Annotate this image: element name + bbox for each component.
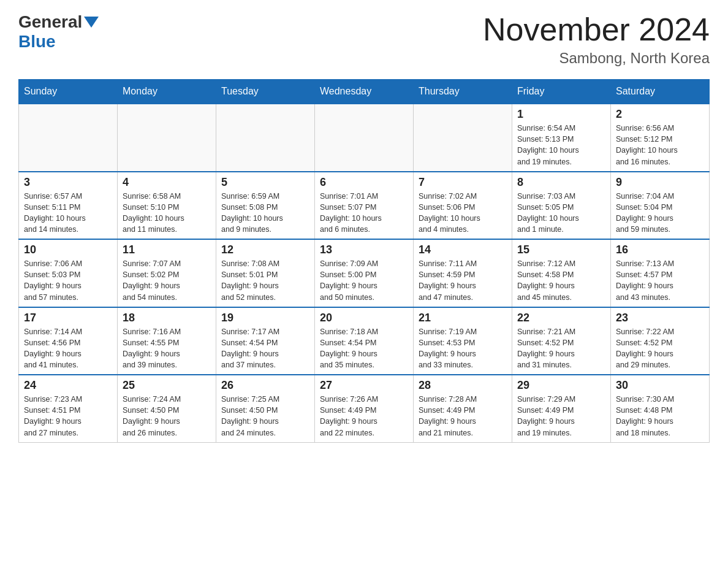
calendar-cell: 21Sunrise: 7:19 AM Sunset: 4:53 PM Dayli… bbox=[414, 307, 512, 375]
day-info: Sunrise: 7:21 AM Sunset: 4:52 PM Dayligh… bbox=[517, 326, 605, 371]
day-number: 26 bbox=[221, 379, 309, 392]
day-number: 3 bbox=[24, 176, 112, 189]
day-info: Sunrise: 7:29 AM Sunset: 4:49 PM Dayligh… bbox=[517, 394, 605, 439]
day-info: Sunrise: 7:02 AM Sunset: 5:06 PM Dayligh… bbox=[419, 191, 507, 236]
calendar-cell: 25Sunrise: 7:24 AM Sunset: 4:50 PM Dayli… bbox=[118, 375, 216, 442]
day-number: 21 bbox=[419, 312, 507, 324]
day-number: 14 bbox=[419, 243, 507, 256]
calendar-cell: 17Sunrise: 7:14 AM Sunset: 4:56 PM Dayli… bbox=[19, 307, 118, 375]
calendar-cell: 26Sunrise: 7:25 AM Sunset: 4:50 PM Dayli… bbox=[216, 375, 315, 442]
calendar-cell bbox=[118, 104, 216, 172]
day-number: 5 bbox=[221, 176, 309, 189]
calendar-cell: 9Sunrise: 7:04 AM Sunset: 5:04 PM Daylig… bbox=[611, 172, 710, 240]
calendar-cell: 3Sunrise: 6:57 AM Sunset: 5:11 PM Daylig… bbox=[19, 172, 118, 240]
day-info: Sunrise: 7:18 AM Sunset: 4:54 PM Dayligh… bbox=[320, 326, 408, 371]
calendar-cell: 15Sunrise: 7:12 AM Sunset: 4:58 PM Dayli… bbox=[512, 239, 611, 307]
title-area: November 2024 Sambong, North Korea bbox=[483, 12, 710, 67]
day-number: 7 bbox=[419, 176, 507, 189]
day-info: Sunrise: 7:01 AM Sunset: 5:07 PM Dayligh… bbox=[320, 191, 408, 236]
calendar-cell: 13Sunrise: 7:09 AM Sunset: 5:00 PM Dayli… bbox=[315, 239, 414, 307]
day-number: 18 bbox=[123, 312, 211, 324]
day-info: Sunrise: 7:13 AM Sunset: 4:57 PM Dayligh… bbox=[616, 258, 704, 303]
day-info: Sunrise: 7:19 AM Sunset: 4:53 PM Dayligh… bbox=[419, 326, 507, 371]
calendar-cell: 14Sunrise: 7:11 AM Sunset: 4:59 PM Dayli… bbox=[414, 239, 512, 307]
day-info: Sunrise: 7:24 AM Sunset: 4:50 PM Dayligh… bbox=[123, 394, 211, 439]
day-info: Sunrise: 7:22 AM Sunset: 4:52 PM Dayligh… bbox=[616, 326, 704, 371]
calendar-cell: 8Sunrise: 7:03 AM Sunset: 5:05 PM Daylig… bbox=[512, 172, 611, 240]
header: General Blue November 2024 Sambong, Nort… bbox=[18, 12, 710, 67]
calendar-cell: 11Sunrise: 7:07 AM Sunset: 5:02 PM Dayli… bbox=[118, 239, 216, 307]
calendar-cell: 16Sunrise: 7:13 AM Sunset: 4:57 PM Dayli… bbox=[611, 239, 710, 307]
day-number: 17 bbox=[24, 312, 112, 324]
week-row-4: 17Sunrise: 7:14 AM Sunset: 4:56 PM Dayli… bbox=[19, 307, 710, 375]
day-number: 2 bbox=[616, 108, 704, 121]
day-info: Sunrise: 6:56 AM Sunset: 5:12 PM Dayligh… bbox=[616, 123, 704, 167]
day-number: 28 bbox=[419, 379, 507, 392]
calendar-cell: 27Sunrise: 7:26 AM Sunset: 4:49 PM Dayli… bbox=[315, 375, 414, 442]
week-row-5: 24Sunrise: 7:23 AM Sunset: 4:51 PM Dayli… bbox=[19, 375, 710, 442]
calendar-cell: 10Sunrise: 7:06 AM Sunset: 5:03 PM Dayli… bbox=[19, 239, 118, 307]
day-number: 4 bbox=[123, 176, 211, 189]
week-row-1: 1Sunrise: 6:54 AM Sunset: 5:13 PM Daylig… bbox=[19, 104, 710, 172]
week-row-2: 3Sunrise: 6:57 AM Sunset: 5:11 PM Daylig… bbox=[19, 172, 710, 240]
calendar-cell bbox=[414, 104, 512, 172]
header-row: SundayMondayTuesdayWednesdayThursdayFrid… bbox=[19, 80, 710, 104]
logo-triangle-icon bbox=[84, 17, 99, 28]
logo: General Blue bbox=[18, 12, 99, 52]
calendar-title: November 2024 bbox=[483, 12, 710, 47]
day-number: 8 bbox=[517, 176, 605, 189]
day-info: Sunrise: 7:25 AM Sunset: 4:50 PM Dayligh… bbox=[221, 394, 309, 439]
day-number: 13 bbox=[320, 243, 408, 256]
day-number: 15 bbox=[517, 243, 605, 256]
logo-general-text: General bbox=[18, 12, 82, 32]
column-header-saturday: Saturday bbox=[611, 80, 710, 104]
calendar-table: SundayMondayTuesdayWednesdayThursdayFrid… bbox=[18, 79, 710, 443]
day-number: 1 bbox=[517, 108, 605, 121]
day-info: Sunrise: 6:58 AM Sunset: 5:10 PM Dayligh… bbox=[123, 191, 211, 236]
calendar-cell: 1Sunrise: 6:54 AM Sunset: 5:13 PM Daylig… bbox=[512, 104, 611, 172]
calendar-cell: 4Sunrise: 6:58 AM Sunset: 5:10 PM Daylig… bbox=[118, 172, 216, 240]
week-row-3: 10Sunrise: 7:06 AM Sunset: 5:03 PM Dayli… bbox=[19, 239, 710, 307]
day-number: 12 bbox=[221, 243, 309, 256]
day-info: Sunrise: 7:26 AM Sunset: 4:49 PM Dayligh… bbox=[320, 394, 408, 439]
day-info: Sunrise: 7:23 AM Sunset: 4:51 PM Dayligh… bbox=[24, 394, 112, 439]
calendar-cell bbox=[216, 104, 315, 172]
day-number: 11 bbox=[123, 243, 211, 256]
calendar-subtitle: Sambong, North Korea bbox=[483, 50, 710, 67]
day-info: Sunrise: 7:07 AM Sunset: 5:02 PM Dayligh… bbox=[123, 258, 211, 303]
day-number: 23 bbox=[616, 312, 704, 324]
day-info: Sunrise: 7:28 AM Sunset: 4:49 PM Dayligh… bbox=[419, 394, 507, 439]
calendar-cell: 12Sunrise: 7:08 AM Sunset: 5:01 PM Dayli… bbox=[216, 239, 315, 307]
day-info: Sunrise: 7:14 AM Sunset: 4:56 PM Dayligh… bbox=[24, 326, 112, 371]
day-info: Sunrise: 6:54 AM Sunset: 5:13 PM Dayligh… bbox=[517, 123, 605, 167]
day-info: Sunrise: 7:08 AM Sunset: 5:01 PM Dayligh… bbox=[221, 258, 309, 303]
day-number: 30 bbox=[616, 379, 704, 392]
day-number: 29 bbox=[517, 379, 605, 392]
calendar-cell: 22Sunrise: 7:21 AM Sunset: 4:52 PM Dayli… bbox=[512, 307, 611, 375]
column-header-tuesday: Tuesday bbox=[216, 80, 315, 104]
day-number: 24 bbox=[24, 379, 112, 392]
calendar-cell: 7Sunrise: 7:02 AM Sunset: 5:06 PM Daylig… bbox=[414, 172, 512, 240]
calendar-cell: 28Sunrise: 7:28 AM Sunset: 4:49 PM Dayli… bbox=[414, 375, 512, 442]
calendar-cell bbox=[19, 104, 118, 172]
calendar-cell bbox=[315, 104, 414, 172]
day-info: Sunrise: 7:16 AM Sunset: 4:55 PM Dayligh… bbox=[123, 326, 211, 371]
day-number: 25 bbox=[123, 379, 211, 392]
day-info: Sunrise: 7:17 AM Sunset: 4:54 PM Dayligh… bbox=[221, 326, 309, 371]
day-info: Sunrise: 7:12 AM Sunset: 4:58 PM Dayligh… bbox=[517, 258, 605, 303]
day-info: Sunrise: 7:30 AM Sunset: 4:48 PM Dayligh… bbox=[616, 394, 704, 439]
day-number: 9 bbox=[616, 176, 704, 189]
day-info: Sunrise: 6:59 AM Sunset: 5:08 PM Dayligh… bbox=[221, 191, 309, 236]
calendar-cell: 2Sunrise: 6:56 AM Sunset: 5:12 PM Daylig… bbox=[611, 104, 710, 172]
day-info: Sunrise: 6:57 AM Sunset: 5:11 PM Dayligh… bbox=[24, 191, 112, 236]
calendar-cell: 30Sunrise: 7:30 AM Sunset: 4:48 PM Dayli… bbox=[611, 375, 710, 442]
column-header-thursday: Thursday bbox=[414, 80, 512, 104]
calendar-cell: 23Sunrise: 7:22 AM Sunset: 4:52 PM Dayli… bbox=[611, 307, 710, 375]
day-info: Sunrise: 7:09 AM Sunset: 5:00 PM Dayligh… bbox=[320, 258, 408, 303]
day-number: 19 bbox=[221, 312, 309, 324]
calendar-cell: 24Sunrise: 7:23 AM Sunset: 4:51 PM Dayli… bbox=[19, 375, 118, 442]
calendar-cell: 20Sunrise: 7:18 AM Sunset: 4:54 PM Dayli… bbox=[315, 307, 414, 375]
column-header-wednesday: Wednesday bbox=[315, 80, 414, 104]
column-header-sunday: Sunday bbox=[19, 80, 118, 104]
day-info: Sunrise: 7:11 AM Sunset: 4:59 PM Dayligh… bbox=[419, 258, 507, 303]
